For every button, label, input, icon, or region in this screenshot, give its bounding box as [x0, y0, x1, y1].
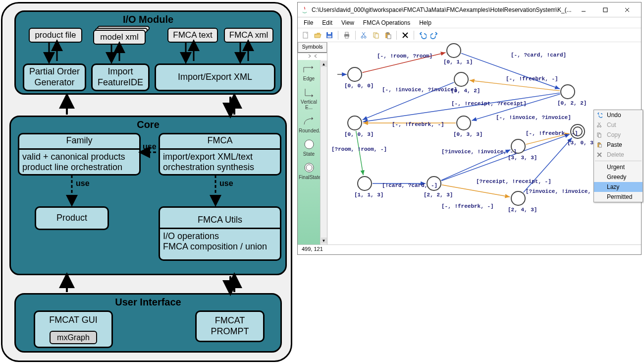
context-menu-item-undo[interactable]: Undo [594, 110, 643, 120]
state-label: [0, 0, 3] [344, 131, 374, 137]
toolbar [298, 28, 641, 42]
family-box: Family valid + canonical products produc… [18, 133, 141, 176]
scroll-down-icon[interactable]: ▼ [321, 238, 327, 243]
paste-icon[interactable] [383, 30, 393, 40]
architecture-diagram: I/O Module product file model xml FMCA t… [1, 2, 292, 362]
state-label: [3, 3, 3] [508, 155, 537, 161]
fmca-utils-box: FMCA Utils I/O operations FMCA compositi… [159, 206, 281, 261]
palette-scrollbar[interactable]: ▲ ▼ [320, 60, 327, 244]
palette-finalstate[interactable]: FinalState [299, 162, 319, 180]
edge-label: [-, !invoice, ?invoice] [382, 87, 457, 93]
state-node[interactable] [511, 191, 526, 206]
edge-label: [-, !receipt, ?receipt] [451, 101, 527, 107]
java-app-icon [301, 6, 309, 14]
io-module-title: I/O Module [16, 14, 280, 25]
context-menu-label: Copy [607, 131, 621, 138]
state-label: [3, 0, 3] [567, 140, 596, 146]
import-export-box: Import/Export XML [155, 63, 275, 91]
fmca-text-stack: FMCA text [167, 28, 218, 43]
edge[interactable] [461, 53, 560, 89]
context-menu-item-paste[interactable]: Paste [594, 140, 643, 150]
import-featureide-box: Import FeatureIDE [91, 63, 150, 91]
undo-icon[interactable] [418, 30, 428, 40]
menu-help[interactable]: Help [415, 18, 435, 27]
app-window: C:\Users\david_000\git\workspace\FMCAT\J… [297, 2, 642, 255]
palette-rounded-edge[interactable]: Rounded... [299, 115, 319, 133]
menu-view[interactable]: View [337, 18, 358, 27]
edge-label: [-, ?card, !card] [511, 52, 566, 58]
collapse-handle[interactable] [306, 54, 320, 60]
close-button[interactable] [616, 3, 638, 17]
state-node[interactable] [456, 116, 471, 130]
core-module-title: Core [11, 119, 285, 130]
state-node[interactable] [347, 67, 362, 82]
undo-icon [596, 112, 603, 119]
fmca-xml-stack: FMCA xml [224, 28, 273, 43]
context-menu-item-permitted[interactable]: Permitted [594, 192, 643, 202]
scroll-up-icon[interactable]: ▲ [321, 61, 327, 67]
cut-icon[interactable] [359, 30, 369, 40]
copy-icon [596, 131, 603, 138]
context-menu-item-urgent[interactable]: Urgent [594, 162, 643, 172]
redo-icon[interactable] [429, 30, 439, 40]
menu-edit[interactable]: Edit [318, 18, 336, 27]
context-menu-item-delete: Delete [594, 150, 643, 160]
save-icon[interactable] [324, 30, 334, 40]
edge-label: [?invoice, !invoice, -] [441, 149, 517, 155]
context-menu-item-greedy[interactable]: Greedy [594, 172, 643, 182]
mxgraph-box: mxGraph [50, 331, 97, 344]
menubar: File Edit View FMCA Operations Help [298, 17, 641, 28]
palette-state[interactable]: State [299, 138, 319, 157]
context-menu-label: Lazy [607, 183, 619, 190]
edge-label: [?receipt, !receipt, -] [476, 179, 551, 184]
svg-rect-36 [387, 35, 391, 39]
svg-rect-23 [328, 32, 331, 34]
symbols-panel: Symbols Edge Vertical E... Rounded... St… [298, 42, 327, 244]
svg-point-45 [597, 126, 599, 127]
maximize-button[interactable] [594, 3, 616, 17]
edge[interactable] [441, 134, 570, 181]
state-label: [0, 2, 2] [557, 100, 587, 106]
palette-edge[interactable]: Edge [299, 63, 319, 81]
print-icon[interactable] [342, 30, 352, 40]
open-icon[interactable] [313, 30, 322, 40]
context-menu-item-lazy[interactable]: Lazy [594, 182, 643, 192]
context-menu: UndoCutCopyPasteDeleteUrgentGreedyLazyPe… [593, 110, 643, 202]
partial-order-box: Partial Order Generator [23, 63, 86, 91]
menu-fmca-operations[interactable]: FMCA Operations [359, 18, 414, 27]
edge-label: [?invoice, !invoice, -] [526, 188, 601, 194]
edge[interactable] [356, 131, 364, 175]
edge[interactable] [470, 80, 560, 91]
palette: Edge Vertical E... Rounded... State Fina… [298, 60, 320, 244]
state-node[interactable] [454, 72, 469, 87]
family-header: Family [19, 133, 139, 150]
model-file-stack: model xml [93, 30, 146, 45]
edge-label: [-, !freebrk, -] [506, 76, 558, 82]
svg-rect-48 [598, 134, 601, 137]
symbols-tab[interactable]: Symbols [298, 42, 327, 53]
titlebar[interactable]: C:\Users\david_000\git\workspace\FMCAT\J… [298, 2, 641, 17]
context-menu-label: Paste [607, 141, 622, 148]
state-label: [0, 3, 3] [453, 131, 483, 137]
state-node[interactable] [347, 116, 362, 130]
svg-rect-18 [603, 8, 607, 12]
state-label: [0, 0, 0] [344, 83, 374, 89]
delete-icon [596, 151, 603, 158]
state-node[interactable] [446, 43, 461, 58]
svg-point-46 [600, 126, 601, 127]
new-icon[interactable] [301, 30, 311, 40]
context-menu-label: Undo [607, 112, 621, 119]
fmca-body: import/export XML/text orchestration syn… [160, 150, 280, 175]
context-menu-label: Cut [607, 121, 616, 128]
delete-icon[interactable] [400, 30, 410, 40]
state-node[interactable] [357, 176, 372, 191]
product-file-stack: product file [29, 28, 82, 43]
state-node[interactable] [560, 84, 575, 99]
state-label: [0, 1, 1] [443, 59, 473, 65]
palette-vertical-edge[interactable]: Vertical E... [299, 86, 319, 110]
minimize-button[interactable] [573, 3, 594, 17]
copy-icon[interactable] [371, 30, 381, 40]
family-body: valid + canonical products product line … [19, 150, 139, 175]
utils-header: FMCA Utils [160, 213, 280, 229]
menu-file[interactable]: File [300, 18, 317, 27]
